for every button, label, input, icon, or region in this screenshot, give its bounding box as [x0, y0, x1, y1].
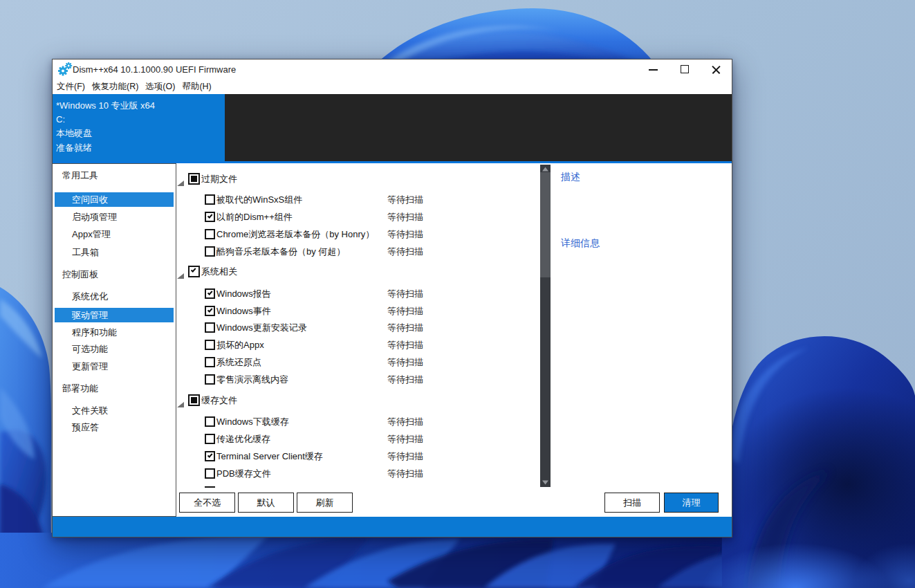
- sidebar-item-7[interactable]: 系统优化: [53, 289, 176, 304]
- app-gears-icon: [57, 62, 73, 76]
- item-checkbox[interactable]: [205, 357, 215, 367]
- sidebar-item-10[interactable]: 可选功能: [53, 342, 176, 356]
- checkbox-check-mark: [207, 452, 212, 458]
- item-checkbox[interactable]: [205, 374, 215, 385]
- header-band: *Windows 10 专业版 x64C:本地硬盘准备就绪: [53, 94, 732, 161]
- sidebar-label: 系统优化: [53, 289, 176, 304]
- sidebar-label: 可选功能: [53, 342, 176, 356]
- content-area: 常用工具空间回收启动项管理Appx管理工具箱控制面板系统优化驱动管理程序和功能可…: [53, 163, 732, 517]
- item-checkbox[interactable]: [205, 434, 215, 444]
- description-link[interactable]: 描述: [561, 171, 580, 183]
- tree-item-label: Chrome浏览器老版本备份（by Honry）: [216, 228, 374, 240]
- item-checkbox[interactable]: [205, 246, 215, 257]
- action-button-1[interactable]: 全不选: [179, 493, 235, 513]
- action-button-2[interactable]: 默认: [238, 493, 294, 513]
- menu-item-4[interactable]: 帮助(H): [178, 79, 214, 94]
- item-checkbox[interactable]: [205, 340, 215, 350]
- group-checkbox[interactable]: [188, 266, 200, 277]
- tree-item-status: 等待扫描: [387, 450, 423, 462]
- item-checkbox[interactable]: [205, 416, 215, 427]
- scan-button[interactable]: 扫描: [604, 493, 660, 513]
- tree-item-row: 损坏的Appx等待扫描: [176, 336, 540, 353]
- tree-item-row: Windows下载缓存等待扫描: [176, 413, 540, 430]
- tree-group-label: 缓存文件: [201, 394, 237, 406]
- sidebar-item-2[interactable]: 空间回收: [55, 192, 174, 207]
- tree-item-status: 等待扫描: [387, 339, 423, 351]
- sidebar-label: 启动项管理: [53, 210, 176, 224]
- checkbox-check-mark: [190, 267, 195, 273]
- group-checkbox[interactable]: [188, 173, 200, 185]
- group-checkbox[interactable]: [188, 394, 200, 406]
- sidebar-section-12: 部署功能: [53, 381, 176, 396]
- sidebar-item-13[interactable]: 文件关联: [53, 403, 176, 418]
- tree-group-row: 缓存文件: [176, 392, 540, 409]
- sidebar-label: 驱动管理: [55, 308, 174, 322]
- item-checkbox[interactable]: [205, 306, 215, 316]
- sidebar-item-14[interactable]: 预应答: [53, 420, 176, 434]
- tree-item-status: 等待扫描: [387, 356, 423, 368]
- sidebar-nav: 常用工具空间回收启动项管理Appx管理工具箱控制面板系统优化驱动管理程序和功能可…: [53, 163, 176, 517]
- session-tab-line-4: 准备就绪: [56, 141, 225, 155]
- tree-item-status: 等待扫描: [387, 211, 423, 223]
- sidebar-item-3[interactable]: 启动项管理: [53, 210, 176, 224]
- tree-item-row: Chrome浏览器老版本备份（by Honry）等待扫描: [176, 226, 540, 243]
- vertical-scrollbar[interactable]: [540, 165, 551, 487]
- scroll-down-icon[interactable]: [540, 478, 551, 487]
- item-checkbox[interactable]: [205, 229, 215, 239]
- sidebar-label: 空间回收: [55, 192, 174, 207]
- sidebar-label: 文件关联: [53, 403, 176, 418]
- tree-item-row: 以前的Dism++组件等待扫描: [176, 208, 540, 226]
- details-link[interactable]: 详细信息: [561, 237, 600, 250]
- sidebar-item-8[interactable]: 驱动管理: [55, 308, 174, 322]
- checkbox-indeterminate-mark: [191, 176, 197, 182]
- dism-window: Dism++x64 10.1.1000.90 UEFI Firmware 文件(…: [52, 59, 732, 538]
- tree-item-label: 零售演示离线内容: [216, 374, 288, 385]
- menu-item-2[interactable]: 恢复功能(R): [89, 79, 142, 94]
- sidebar-label: 控制面板: [53, 267, 176, 282]
- tree-item-status: 等待扫描: [387, 322, 423, 333]
- tree-item-row: Windows报告等待扫描: [176, 285, 540, 302]
- action-button-3[interactable]: 刷新: [297, 493, 353, 513]
- tree-item-status: 等待扫描: [387, 416, 423, 428]
- menu-item-3[interactable]: 选项(O): [142, 79, 178, 94]
- sidebar-item-4[interactable]: Appx管理: [53, 227, 176, 241]
- tree-item-status: 等待扫描: [387, 433, 423, 445]
- tree-item-status: 等待扫描: [387, 246, 423, 257]
- item-checkbox[interactable]: [205, 468, 215, 479]
- maximize-button[interactable]: [673, 59, 696, 79]
- item-checkbox[interactable]: [205, 194, 215, 205]
- minimize-button[interactable]: [642, 59, 665, 79]
- tree-item-row: Windows更新安装记录等待扫描: [176, 319, 540, 336]
- scrollbar-thumb[interactable]: [540, 172, 551, 277]
- close-button[interactable]: [704, 59, 728, 79]
- tree-expander-icon[interactable]: [177, 269, 184, 275]
- tree-item-label: Windows下载缓存: [216, 416, 289, 428]
- menu-item-1[interactable]: 文件(F): [53, 79, 89, 94]
- item-checkbox[interactable]: [205, 288, 215, 299]
- tree-expander-icon[interactable]: [177, 176, 184, 182]
- session-tab[interactable]: *Windows 10 专业版 x64C:本地硬盘准备就绪: [53, 94, 225, 161]
- item-checkbox[interactable]: [205, 212, 215, 222]
- sidebar-item-5[interactable]: 工具箱: [53, 245, 176, 259]
- tree-item-label: Windows更新安装记录: [216, 322, 307, 333]
- item-checkbox[interactable]: [205, 486, 215, 488]
- sidebar-label: 部署功能: [53, 381, 176, 396]
- sidebar-item-11[interactable]: 更新管理: [53, 359, 176, 374]
- tree-item-row: PDB缓存文件等待扫描: [176, 465, 540, 482]
- tree-item-label: 以前的Dism++组件: [216, 211, 293, 223]
- tree-item-row: 系统还原点等待扫描: [176, 353, 540, 371]
- checkbox-check-mark: [207, 212, 212, 218]
- tree-item-row: 被取代的WinSxS组件等待扫描: [176, 191, 540, 208]
- clean-button[interactable]: 清理: [664, 493, 719, 513]
- tree-group-label: 系统相关: [201, 266, 237, 277]
- tree-expander-icon[interactable]: [177, 398, 184, 403]
- tree-item-label: PDB缓存文件: [216, 468, 271, 479]
- sidebar-section-6: 控制面板: [53, 267, 176, 282]
- tree-item-label: Windows事件: [216, 305, 271, 317]
- checkbox-check-mark: [207, 289, 212, 295]
- item-checkbox[interactable]: [205, 322, 215, 333]
- tree-item-status: 等待扫描: [387, 194, 423, 205]
- sidebar-item-9[interactable]: 程序和功能: [53, 325, 176, 340]
- sidebar-label: 更新管理: [53, 359, 176, 374]
- item-checkbox[interactable]: [205, 451, 215, 461]
